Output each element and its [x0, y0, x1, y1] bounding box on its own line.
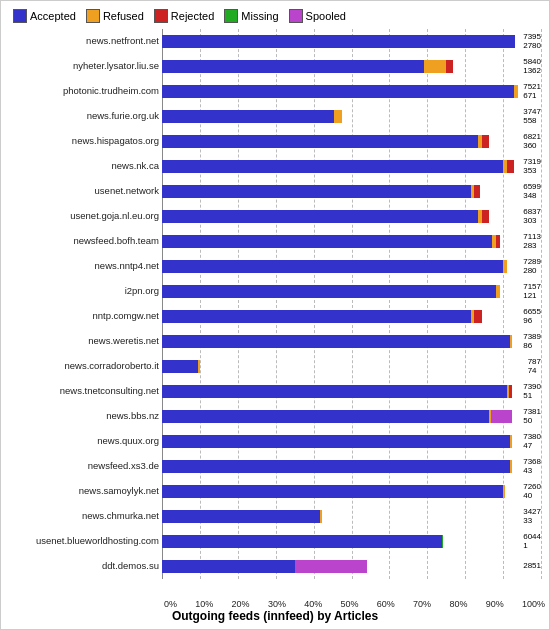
bar-segments	[162, 410, 521, 423]
bar-row: 726040	[162, 483, 541, 501]
bar-row: 7289280	[162, 258, 541, 276]
x-axis-label: 30%	[268, 599, 286, 609]
y-label: news.weretis.net	[88, 336, 159, 346]
bar-rejected	[507, 160, 514, 173]
bar-refused	[514, 85, 518, 98]
bar-row: 665596	[162, 308, 541, 326]
bar-accepted	[162, 160, 503, 173]
bar-rejected	[482, 210, 489, 223]
bar-accepted	[162, 285, 496, 298]
bar-segments	[162, 160, 521, 173]
legend-rejected-box	[154, 9, 168, 23]
bar-row: 6821360	[162, 133, 541, 151]
bar-refused	[510, 460, 512, 473]
bar-accepted	[162, 185, 471, 198]
bar-segments	[162, 535, 521, 548]
legend-refused: Refused	[86, 9, 144, 23]
y-label: nntp.comgw.net	[92, 311, 159, 321]
bar-rejected	[496, 235, 500, 248]
bar-row: 7157121	[162, 283, 541, 301]
bar-row: 736843	[162, 458, 541, 476]
bar-row: 738047	[162, 433, 541, 451]
bar-segments	[162, 385, 521, 398]
bar-spooled	[491, 410, 513, 423]
x-axis-label: 90%	[486, 599, 504, 609]
bar-accepted	[162, 460, 510, 473]
bar-accepted	[162, 360, 198, 373]
chart-area: news.netfront.netnyheter.lysator.liu.sep…	[5, 27, 545, 599]
y-label: news.netfront.net	[86, 36, 159, 46]
legend-refused-box	[86, 9, 100, 23]
bar-row: 6837303	[162, 208, 541, 226]
y-label: news.samoylyk.net	[79, 486, 159, 496]
bar-accepted	[162, 60, 424, 73]
bar-segments	[162, 310, 521, 323]
bar-row: 739051	[162, 383, 541, 401]
x-axis-label: 20%	[232, 599, 250, 609]
bar-segments	[162, 60, 521, 73]
bar-value-label: 738986	[523, 333, 541, 351]
chart-container: Accepted Refused Rejected Missing Spoole…	[0, 0, 550, 630]
bar-segments	[162, 335, 521, 348]
legend-missing: Missing	[224, 9, 278, 23]
y-label: ddt.demos.su	[102, 561, 159, 571]
bar-spooled	[295, 560, 367, 573]
bar-segments	[162, 110, 521, 123]
y-label: news.quux.org	[97, 436, 159, 446]
bar-segments	[162, 510, 521, 523]
bar-segments	[162, 435, 521, 448]
bar-segments	[162, 485, 521, 498]
legend-spooled-box	[289, 9, 303, 23]
y-label: photonic.trudheim.com	[63, 86, 159, 96]
legend-spooled-label: Spooled	[306, 10, 346, 22]
bar-row: 7113283	[162, 233, 541, 251]
bar-segments	[162, 85, 521, 98]
bar-row: 58401362	[162, 58, 541, 76]
bar-accepted	[162, 235, 492, 248]
bar-accepted	[162, 335, 510, 348]
bar-refused	[334, 110, 341, 123]
bar-row: 738986	[162, 333, 541, 351]
y-label: news.tnetconsulting.net	[60, 386, 159, 396]
y-label: usenet.goja.nl.eu.org	[70, 211, 159, 221]
bar-value-label: 7521671	[523, 83, 541, 101]
legend-spooled: Spooled	[289, 9, 346, 23]
bar-value-label: 6599348	[523, 183, 541, 201]
bar-accepted	[162, 135, 478, 148]
x-axis: 0%10%20%30%40%50%60%70%80%90%100%	[160, 599, 545, 609]
chart-title: Outgoing feeds (innfeed) by Articles	[5, 609, 545, 625]
bar-value-label: 6837303	[523, 208, 541, 226]
bar-accepted	[162, 35, 515, 48]
bar-accepted	[162, 310, 471, 323]
legend-missing-box	[224, 9, 238, 23]
y-label: newsfeed.xs3.de	[88, 461, 159, 471]
grid-line	[541, 29, 542, 579]
bar-rejected	[446, 60, 453, 73]
bar-accepted	[162, 85, 514, 98]
bar-row: 342733	[162, 508, 541, 526]
y-label: i2pn.org	[125, 286, 159, 296]
bar-value-label: 73952780	[523, 33, 541, 51]
bars-area: 7395278058401362752167137475586821360731…	[162, 29, 541, 579]
bar-segments	[162, 185, 521, 198]
bar-value-label: 7319353	[523, 158, 541, 176]
x-axis-label: 40%	[304, 599, 322, 609]
y-labels: news.netfront.netnyheter.lysator.liu.sep…	[7, 29, 162, 579]
bar-value-label: 7289280	[523, 258, 541, 276]
bar-value-label: 58401362	[523, 58, 541, 76]
bar-value-label: 2851	[523, 562, 541, 571]
bar-value-label: 665596	[523, 308, 541, 326]
y-label: nyheter.lysator.liu.se	[73, 61, 159, 71]
y-label: news.furie.org.uk	[87, 111, 159, 121]
bar-accepted	[162, 210, 478, 223]
bar-accepted	[162, 485, 503, 498]
bar-accepted	[162, 560, 295, 573]
y-label: news.nntp4.net	[95, 261, 159, 271]
bar-accepted	[162, 385, 507, 398]
bar-row: 738150	[162, 408, 541, 426]
bar-row: 60441	[162, 533, 541, 551]
bar-segments	[162, 360, 526, 373]
bar-accepted	[162, 260, 503, 273]
y-label: newsfeed.bofh.team	[73, 236, 159, 246]
bar-segments	[162, 260, 521, 273]
